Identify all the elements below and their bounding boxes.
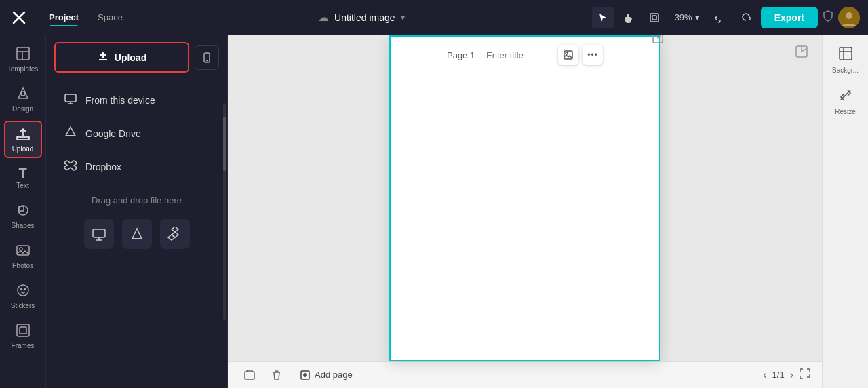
fit-page-button[interactable] bbox=[799, 368, 811, 383]
from-device-label: From this device bbox=[85, 95, 155, 106]
export-button[interactable]: Export bbox=[761, 7, 818, 28]
document-title[interactable]: Untitled image bbox=[334, 12, 395, 23]
canvas-viewport[interactable] bbox=[228, 35, 822, 361]
upload-main-button[interactable]: Upload bbox=[54, 42, 189, 73]
sidebar-item-shapes[interactable]: Shapes bbox=[4, 197, 42, 235]
source-item-google-drive[interactable]: Google Drive bbox=[54, 118, 219, 149]
main-layout: Templates Design Upload T T bbox=[0, 35, 868, 388]
templates-icon bbox=[16, 46, 31, 63]
redo-button[interactable] bbox=[735, 7, 757, 28]
sidebar-item-frames[interactable]: Frames bbox=[4, 317, 42, 355]
sidebar-item-upload[interactable]: Upload bbox=[4, 121, 42, 158]
upload-icon bbox=[16, 126, 31, 143]
frames-icon bbox=[16, 323, 31, 340]
sidebar-label-stickers: Stickers bbox=[11, 302, 35, 309]
svg-rect-18 bbox=[17, 324, 29, 336]
phone-upload-button[interactable] bbox=[195, 45, 219, 70]
upload-sources: From this device Google Drive Dropbox bbox=[46, 79, 227, 187]
source-item-dropbox[interactable]: Dropbox bbox=[54, 151, 219, 182]
page-label: Page 1 – bbox=[447, 50, 482, 60]
page-navigation: ‹ 1/1 › bbox=[763, 368, 811, 383]
canvas-bottom-bar: Add page ‹ 1/1 › bbox=[228, 361, 822, 388]
svg-point-5 bbox=[846, 12, 852, 19]
google-drive-source-icon bbox=[62, 125, 79, 142]
app-logo[interactable] bbox=[8, 7, 30, 28]
sidebar-item-design[interactable]: Design bbox=[4, 81, 42, 118]
topbar-tabs: Project Space bbox=[41, 9, 131, 25]
pages-panel-button[interactable] bbox=[239, 364, 260, 386]
sidebar-item-stickers[interactable]: Stickers bbox=[4, 277, 42, 315]
panel-scrollbar[interactable] bbox=[223, 103, 226, 320]
upload-panel-header: Upload bbox=[46, 35, 227, 79]
sidebar-label-frames: Frames bbox=[12, 342, 35, 349]
sidebar-label-photos: Photos bbox=[12, 262, 33, 269]
svg-rect-22 bbox=[65, 94, 76, 102]
svg-rect-19 bbox=[20, 327, 26, 334]
next-page-button[interactable]: › bbox=[790, 369, 793, 381]
canvas-frame[interactable] bbox=[389, 35, 660, 361]
topbar: Project Space ☁ Untitled image ▾ 39% ▾ bbox=[0, 0, 868, 35]
page-more-button[interactable]: ••• bbox=[583, 45, 603, 65]
page-image-button[interactable] bbox=[558, 45, 578, 65]
delete-page-button[interactable] bbox=[266, 364, 288, 386]
drive-icon-button[interactable] bbox=[122, 219, 152, 249]
right-panel-background[interactable]: Backgr... bbox=[827, 41, 865, 79]
resize-label: Resize bbox=[835, 108, 856, 115]
add-page-button[interactable]: Add page bbox=[293, 366, 359, 385]
upload-btn-icon bbox=[97, 50, 109, 64]
svg-point-14 bbox=[20, 248, 22, 250]
page-title-input[interactable] bbox=[486, 50, 554, 60]
upload-panel: Upload From this device bbox=[46, 35, 228, 388]
zoom-chevron-icon: ▾ bbox=[695, 12, 700, 22]
zoom-control[interactable]: 39% ▾ bbox=[669, 9, 705, 25]
device-source-icon bbox=[62, 92, 79, 109]
title-dropdown-button[interactable]: ▾ bbox=[401, 13, 405, 22]
svg-rect-32 bbox=[245, 372, 254, 379]
tab-space[interactable]: Space bbox=[90, 9, 131, 25]
svg-rect-6 bbox=[17, 47, 29, 60]
text-icon: T bbox=[18, 166, 26, 180]
sidebar-label-upload: Upload bbox=[12, 145, 34, 153]
right-panel-resize[interactable]: Resize bbox=[827, 82, 865, 121]
frame-tool-button[interactable] bbox=[644, 7, 665, 28]
tab-project[interactable]: Project bbox=[41, 9, 87, 25]
svg-point-29 bbox=[566, 52, 568, 54]
sidebar-label-templates: Templates bbox=[7, 65, 39, 73]
dropbox-icon-button[interactable] bbox=[160, 219, 190, 249]
canvas-area: Page 1 – ••• bbox=[228, 35, 822, 388]
zoom-value: 39% bbox=[675, 12, 692, 22]
icon-sidebar: Templates Design Upload T T bbox=[0, 35, 46, 388]
shield-button[interactable] bbox=[822, 9, 834, 25]
source-item-from-device[interactable]: From this device bbox=[54, 85, 219, 115]
background-icon bbox=[838, 46, 853, 64]
sidebar-item-photos[interactable]: Photos bbox=[4, 237, 42, 275]
page-indicator: 1/1 bbox=[772, 370, 785, 380]
svg-rect-25 bbox=[93, 229, 105, 237]
undo-button[interactable] bbox=[709, 7, 731, 28]
google-drive-label: Google Drive bbox=[85, 128, 141, 139]
svg-point-15 bbox=[18, 285, 28, 296]
sidebar-item-text[interactable]: T Text bbox=[4, 161, 42, 195]
sidebar-item-templates[interactable]: Templates bbox=[4, 41, 42, 78]
sidebar-label-design: Design bbox=[12, 105, 33, 113]
right-panel: Backgr... Resize bbox=[822, 35, 868, 388]
shapes-icon bbox=[16, 203, 31, 220]
prev-page-button[interactable]: ‹ bbox=[763, 369, 766, 381]
svg-point-11 bbox=[18, 206, 28, 215]
background-label: Backgr... bbox=[832, 66, 859, 74]
photos-icon bbox=[16, 243, 31, 260]
add-page-label: Add page bbox=[315, 370, 353, 380]
pointer-tool-button[interactable] bbox=[592, 7, 614, 28]
topbar-tools: 39% ▾ Export bbox=[592, 7, 860, 28]
topbar-center: ☁ Untitled image ▾ bbox=[136, 11, 587, 24]
drag-drop-area: Drag and drop file here bbox=[46, 187, 227, 214]
page-toolbar: Page 1 – ••• bbox=[447, 45, 603, 65]
more-dots-icon: ••• bbox=[587, 50, 598, 60]
frame-corner-handle bbox=[651, 35, 665, 45]
resize-icon bbox=[838, 88, 853, 106]
user-avatar[interactable] bbox=[838, 7, 860, 28]
cloud-save-icon: ☁ bbox=[318, 11, 329, 24]
device-icon-button[interactable] bbox=[84, 219, 114, 249]
sidebar-label-text: Text bbox=[16, 182, 28, 189]
hand-tool-button[interactable] bbox=[618, 7, 639, 28]
